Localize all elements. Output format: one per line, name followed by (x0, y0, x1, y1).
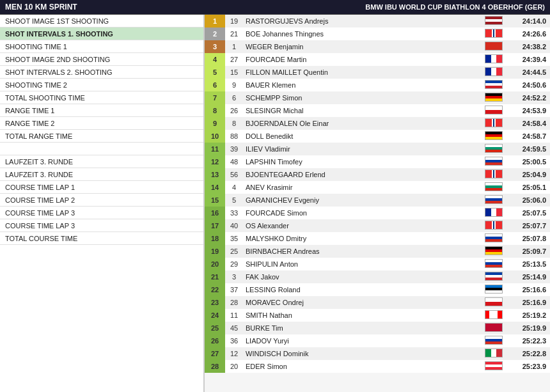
bib-cell: 28 (225, 296, 243, 309)
bib-cell: 8 (225, 117, 243, 130)
sidebar-item-7[interactable]: RANGE TIME 1 (0, 104, 203, 117)
results-table: 119RASTORGUJEVS Andrejs24:14.0221BOE Joh… (205, 15, 550, 373)
time-cell: 24:26.6 (505, 27, 550, 40)
name-cell: RASTORGUJEVS Andrejs (243, 15, 482, 27)
flag-cell (482, 130, 505, 143)
results-panel: 119RASTORGUJEVS Andrejs24:14.0221BOE Joh… (205, 15, 550, 392)
rank-cell: 22 (205, 283, 225, 296)
sidebar-item-5[interactable]: SHOOTING TIME 2 (0, 79, 203, 91)
flag-cell (482, 181, 505, 194)
name-cell: SMITH Nathan (243, 309, 482, 322)
sidebar-item-1[interactable]: SHOT INTERVALS 1. SHOOTING (0, 27, 203, 40)
flag-icon (485, 106, 503, 114)
sidebar-item-8[interactable]: RANGE TIME 2 (0, 117, 203, 130)
table-row: 76SCHEMPP Simon24:52.2 (205, 91, 550, 104)
flag-icon (485, 54, 503, 63)
flag-cell (482, 155, 505, 168)
sidebar-item-15[interactable]: COURSE TIME LAP 3 (0, 207, 203, 219)
flag-icon (485, 182, 503, 191)
table-row: 1740OS Alexander25:07.7 (205, 219, 550, 232)
name-cell: BAUER Klemen (243, 79, 482, 91)
name-cell: DOLL Benedikt (243, 130, 482, 143)
flag-cell (482, 15, 505, 27)
time-cell: 25:07.5 (505, 207, 550, 219)
flag-cell (482, 360, 505, 373)
rank-cell: 14 (205, 181, 225, 194)
rank-cell: 8 (205, 104, 225, 117)
flag-cell (482, 232, 505, 245)
flag-icon (485, 323, 503, 332)
table-row: 2545BURKE Tim25:19.9 (205, 322, 550, 334)
table-row: 2237LESSING Roland25:16.6 (205, 283, 550, 296)
flag-icon (485, 310, 503, 319)
sidebar-item-12[interactable]: LAUFZEIT 3. RUNDE (0, 168, 203, 181)
flag-cell (482, 322, 505, 334)
rank-cell: 9 (205, 117, 225, 130)
flag-icon (485, 349, 503, 357)
name-cell: SHIPULIN Anton (243, 258, 482, 270)
sidebar-item-4[interactable]: SHOT INTERVALS 2. SHOOTING (0, 66, 203, 79)
table-row: 213FAK Jakov25:14.9 (205, 270, 550, 283)
rank-cell: 1 (205, 15, 225, 27)
flag-icon (485, 157, 503, 166)
name-cell: LIADOV Yuryi (243, 334, 482, 347)
name-cell: WEGER Benjamin (243, 40, 482, 53)
bib-cell: 19 (225, 15, 243, 27)
flag-cell (482, 168, 505, 181)
sidebar-item-9[interactable]: TOTAL RANGE TIME (0, 130, 203, 143)
name-cell: GARANICHEV Evgeniy (243, 194, 482, 207)
name-cell: ILIEV Vladimir (243, 143, 482, 155)
bib-cell: 36 (225, 334, 243, 347)
sidebar-item-10[interactable] (0, 143, 203, 155)
flag-icon (485, 67, 503, 76)
name-cell: LAPSHIN Timofey (243, 155, 482, 168)
table-row: 826SLESINGR Michal24:53.9 (205, 104, 550, 117)
rank-cell: 21 (205, 270, 225, 283)
sidebar-item-6[interactable]: TOTAL SHOOTING TIME (0, 91, 203, 104)
table-row: 221BOE Johannes Thingnes24:26.6 (205, 27, 550, 40)
time-cell: 25:13.5 (505, 258, 550, 270)
table-row: 69BAUER Klemen24:50.6 (205, 79, 550, 91)
name-cell: MALYSHKO Dmitry (243, 232, 482, 245)
bib-cell: 25 (225, 245, 243, 258)
time-cell: 25:05.1 (505, 181, 550, 194)
bib-cell: 37 (225, 283, 243, 296)
sidebar-item-11[interactable]: LAUFZEIT 3. RUNDE (0, 155, 203, 168)
sidebar-item-0[interactable]: SHOOT IMAGE 1ST SHOOTING (0, 15, 203, 27)
time-cell: 24:38.2 (505, 40, 550, 53)
rank-cell: 28 (205, 360, 225, 373)
rank-cell: 2 (205, 27, 225, 40)
time-cell: 25:22.8 (505, 347, 550, 360)
sidebar-item-17[interactable]: TOTAL COURSE TIME (0, 232, 203, 245)
flag-cell (482, 309, 505, 322)
table-row: 427FOURCADE Martin24:39.4 (205, 53, 550, 66)
bib-cell: 27 (225, 53, 243, 66)
flag-icon (485, 246, 503, 255)
sidebar-item-2[interactable]: SHOOTING TIME 1 (0, 40, 203, 53)
bib-cell: 20 (225, 360, 243, 373)
bib-cell: 15 (225, 66, 243, 79)
flag-cell (482, 283, 505, 296)
sidebar-item-13[interactable]: COURSE TIME LAP 1 (0, 181, 203, 194)
bib-cell: 6 (225, 91, 243, 104)
flag-cell (482, 40, 505, 53)
flag-icon (485, 169, 503, 178)
table-row: 1139ILIEV Vladimir24:59.5 (205, 143, 550, 155)
table-row: 1356BJOENTEGAARD Erlend25:04.9 (205, 168, 550, 181)
flag-cell (482, 79, 505, 91)
sidebar-item-14[interactable]: COURSE TIME LAP 2 (0, 194, 203, 207)
time-cell: 25:04.9 (505, 168, 550, 181)
flag-icon (485, 208, 503, 217)
time-cell: 24:50.6 (505, 79, 550, 91)
time-cell: 25:07.7 (505, 219, 550, 232)
flag-cell (482, 334, 505, 347)
flag-icon (485, 29, 503, 38)
sidebar-item-3[interactable]: SHOOT IMAGE 2ND SHOOTING (0, 53, 203, 66)
flag-cell (482, 53, 505, 66)
table-row: 2411SMITH Nathan25:19.2 (205, 309, 550, 322)
table-row: 119RASTORGUJEVS Andrejs24:14.0 (205, 15, 550, 27)
table-row: 98BJOERNDALEN Ole Einar24:58.4 (205, 117, 550, 130)
rank-cell: 19 (205, 245, 225, 258)
sidebar-item-16[interactable]: COURSE TIME LAP 3 (0, 219, 203, 232)
flag-icon (485, 233, 503, 242)
